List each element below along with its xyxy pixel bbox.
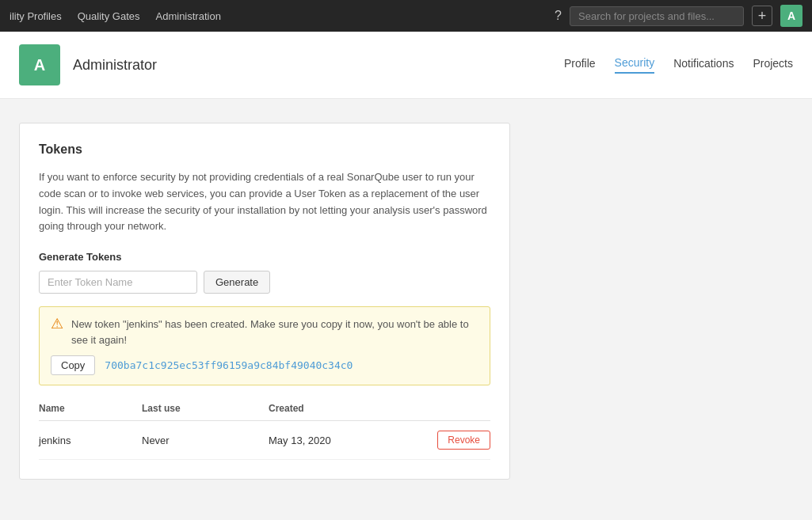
card-title: Tokens: [39, 142, 490, 157]
table-row: jenkins Never May 13, 2020 Revoke: [39, 421, 490, 460]
tab-security[interactable]: Security: [615, 56, 655, 74]
tokens-table: Name Last use Created jenkins Never May …: [39, 397, 490, 460]
user-avatar[interactable]: A: [780, 5, 802, 27]
profile-tabs: Profile Security Notifications Projects: [564, 56, 793, 74]
col-header-name: Name: [39, 397, 142, 421]
tab-notifications[interactable]: Notifications: [673, 57, 734, 73]
nav-quality-profiles[interactable]: ility Profiles: [10, 10, 62, 22]
token-form: Generate: [39, 271, 490, 294]
col-header-lastuse: Last use: [142, 397, 269, 421]
revoke-button[interactable]: Revoke: [437, 431, 490, 450]
copy-token-button[interactable]: Copy: [51, 355, 95, 375]
col-header-created: Created: [269, 397, 372, 421]
profile-avatar: A: [19, 44, 60, 85]
top-navigation: ility Profiles Quality Gates Administrat…: [0, 0, 812, 32]
info-text: If you want to enforce security by not p…: [39, 169, 490, 235]
nav-right: ? + A: [555, 5, 802, 27]
generate-tokens-label: Generate Tokens: [39, 251, 490, 263]
nav-quality-gates[interactable]: Quality Gates: [78, 10, 140, 22]
main-content: Tokens If you want to enforce security b…: [0, 99, 713, 503]
nav-links: ility Profiles Quality Gates Administrat…: [10, 10, 536, 22]
add-button[interactable]: +: [752, 6, 772, 26]
col-header-action: [372, 397, 490, 421]
copy-token-row: Copy 700ba7c1c925ec53ff96159a9c84bf49040…: [51, 355, 478, 375]
alert-row: ⚠ New token "jenkins" has been created. …: [51, 317, 478, 347]
token-created: May 13, 2020: [269, 421, 372, 460]
tab-profile[interactable]: Profile: [564, 57, 596, 73]
token-value: 700ba7c1c925ec53ff96159a9c84bf49040c34c0: [105, 359, 353, 371]
generate-button[interactable]: Generate: [204, 271, 270, 294]
token-last-use: Never: [142, 421, 269, 460]
alert-icon: ⚠: [51, 317, 63, 331]
alert-message: New token "jenkins" has been created. Ma…: [71, 317, 478, 347]
token-alert-box: ⚠ New token "jenkins" has been created. …: [39, 306, 490, 385]
token-name: jenkins: [39, 421, 142, 460]
nav-administration[interactable]: Administration: [156, 10, 221, 22]
help-icon[interactable]: ?: [555, 9, 562, 23]
token-name-input[interactable]: [39, 271, 197, 294]
tab-projects[interactable]: Projects: [753, 57, 793, 73]
token-action: Revoke: [372, 421, 490, 460]
profile-name: Administrator: [73, 57, 551, 74]
search-input[interactable]: [570, 6, 744, 26]
profile-header: A Administrator Profile Security Notific…: [0, 32, 812, 99]
tokens-card: Tokens If you want to enforce security b…: [19, 123, 510, 480]
